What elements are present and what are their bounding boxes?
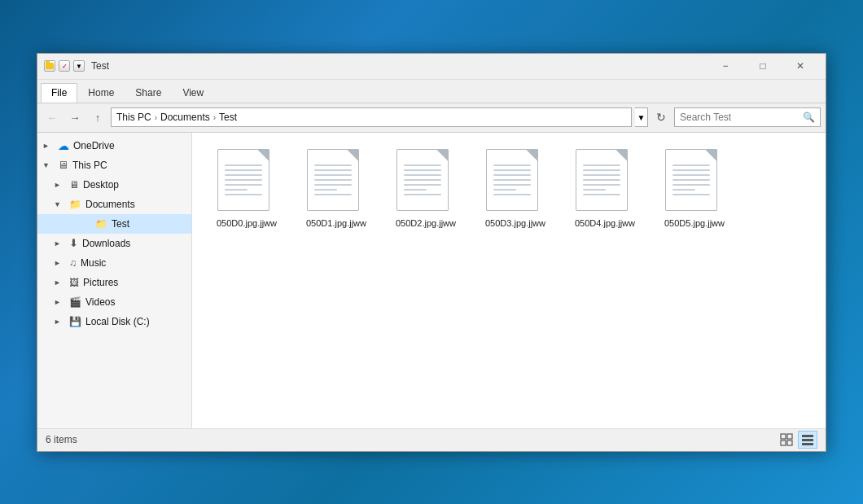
doc-lines (404, 164, 441, 199)
view-toggle (777, 431, 817, 449)
sidebar-label-this-pc: This PC (72, 160, 107, 171)
file-name: 050D1.jpg.jjww (306, 217, 366, 229)
file-icon (396, 149, 455, 214)
window-title: Test (91, 60, 707, 72)
file-item-0[interactable]: 050D0.jpg.jjww (202, 142, 291, 235)
expand-arrow: ► (54, 318, 65, 326)
svg-rect-0 (781, 434, 786, 439)
up-button[interactable]: ↑ (88, 107, 107, 127)
sidebar-label-test: Test (112, 218, 129, 230)
refresh-button[interactable]: ↻ (651, 107, 671, 127)
title-bar: ✓ ▼ Test − □ ✕ (37, 54, 826, 80)
doc-lines (225, 164, 262, 199)
tab-home[interactable]: Home (77, 83, 125, 103)
path-chevron-2: › (213, 113, 216, 122)
sidebar-label-downloads: Downloads (82, 238, 130, 249)
tab-view[interactable]: View (172, 83, 214, 103)
music-icon: ♫ (69, 257, 77, 269)
expand-arrow: ► (54, 278, 65, 287)
doc-page (486, 149, 538, 211)
expand-arrow: ► (42, 142, 54, 150)
file-item-4[interactable]: 050D4.jpg.jjww (560, 142, 650, 235)
sidebar-item-onedrive[interactable]: ► ☁ OneDrive (37, 136, 191, 156)
path-chevron-1: › (155, 113, 157, 122)
forward-button[interactable]: → (65, 107, 85, 127)
doc-page (307, 149, 359, 211)
path-documents[interactable]: Documents (160, 112, 210, 123)
quick-access-btn2[interactable]: ✓ (59, 60, 70, 72)
address-bar: ← → ↑ This PC › Documents › Test ▼ ↻ 🔍 (37, 103, 826, 133)
doc-page (576, 149, 628, 211)
expand-arrow: ▼ (54, 200, 65, 208)
doc-lines (493, 164, 531, 199)
svg-rect-1 (787, 434, 792, 439)
path-test[interactable]: Test (219, 112, 237, 123)
file-item-3[interactable]: 050D3.jpg.jjww (471, 142, 560, 235)
sidebar-label-music: Music (81, 257, 106, 269)
ribbon-tabs: File Home Share View (37, 80, 826, 103)
doc-page (217, 149, 269, 211)
onedrive-icon: ☁ (58, 139, 69, 152)
svg-rect-6 (802, 443, 813, 445)
file-item-1[interactable]: 050D1.jpg.jjww (291, 142, 381, 235)
minimize-button[interactable]: − (707, 53, 744, 79)
list-icon (801, 433, 814, 446)
svg-rect-3 (787, 440, 792, 445)
file-name: 050D2.jpg.jjww (396, 217, 456, 229)
sidebar-item-desktop[interactable]: ► 🖥 Desktop (37, 175, 191, 195)
search-input[interactable] (680, 112, 803, 123)
drive-icon: 💾 (69, 316, 81, 327)
list-view-btn[interactable] (798, 431, 817, 449)
file-item-2[interactable]: 050D2.jpg.jjww (381, 142, 471, 235)
doc-lines (672, 164, 710, 199)
title-icon: ✓ ▼ (44, 60, 85, 72)
sidebar-label-documents: Documents (85, 199, 135, 210)
sidebar-item-pictures[interactable]: ► 🖼 Pictures (37, 273, 191, 292)
sidebar-item-local-disk[interactable]: ► 💾 Local Disk (C:) (37, 312, 191, 331)
sidebar-item-test[interactable]: 📁 Test (37, 214, 191, 234)
doc-lines (583, 164, 620, 199)
expand-arrow: ► (54, 259, 65, 267)
expand-arrow: ► (54, 239, 65, 248)
file-name: 050D0.jpg.jjww (217, 217, 277, 229)
maximize-button[interactable]: □ (744, 53, 782, 79)
address-path[interactable]: This PC › Documents › Test (111, 107, 632, 127)
sidebar-item-this-pc[interactable]: ▼ 🖥 This PC (37, 156, 191, 175)
file-area: 050D0.jpg.jjww 050D1.jpg.jjww 050D2.jpg.… (192, 133, 826, 428)
sidebar-label-onedrive: OneDrive (73, 140, 115, 151)
file-icon (217, 149, 276, 214)
tab-share[interactable]: Share (125, 83, 172, 103)
tab-file[interactable]: File (41, 83, 77, 103)
file-name: 050D4.jpg.jjww (575, 217, 635, 229)
sidebar-item-music[interactable]: ► ♫ Music (37, 253, 191, 273)
pictures-icon: 🖼 (69, 277, 79, 288)
file-name: 050D5.jpg.jjww (664, 217, 725, 229)
search-box[interactable]: 🔍 (674, 107, 821, 127)
sidebar-label-desktop: Desktop (83, 179, 119, 191)
quick-access-btn3[interactable]: ▼ (73, 60, 85, 72)
documents-icon: 📁 (69, 199, 81, 210)
file-name: 050D3.jpg.jjww (485, 217, 545, 229)
sidebar-item-documents[interactable]: ▼ 📁 Documents (37, 195, 191, 214)
svg-rect-5 (802, 439, 813, 441)
file-icon (307, 149, 366, 214)
sidebar: ► ☁ OneDrive ▼ 🖥 This PC ► 🖥 Desktop ▼ 📁… (37, 133, 192, 428)
quick-access-btn1[interactable] (44, 60, 55, 72)
address-dropdown[interactable]: ▼ (635, 107, 648, 127)
expand-arrow: ► (54, 181, 65, 189)
downloads-icon: ⬇ (69, 237, 78, 249)
doc-page (396, 149, 449, 211)
path-this-pc[interactable]: This PC (116, 112, 151, 123)
expand-arrow: ▼ (42, 161, 54, 169)
doc-page (665, 149, 717, 211)
window-controls: − □ ✕ (707, 53, 819, 79)
ribbon: File Home Share View (37, 80, 826, 103)
close-button[interactable]: ✕ (782, 53, 819, 79)
grid-view-btn[interactable] (777, 431, 796, 449)
file-item-5[interactable]: 050D5.jpg.jjww (650, 142, 739, 235)
videos-icon: 🎬 (69, 296, 81, 308)
sidebar-item-downloads[interactable]: ► ⬇ Downloads (37, 234, 191, 253)
back-button[interactable]: ← (42, 107, 62, 127)
sidebar-item-videos[interactable]: ► 🎬 Videos (37, 292, 191, 312)
item-count: 6 items (46, 434, 77, 445)
